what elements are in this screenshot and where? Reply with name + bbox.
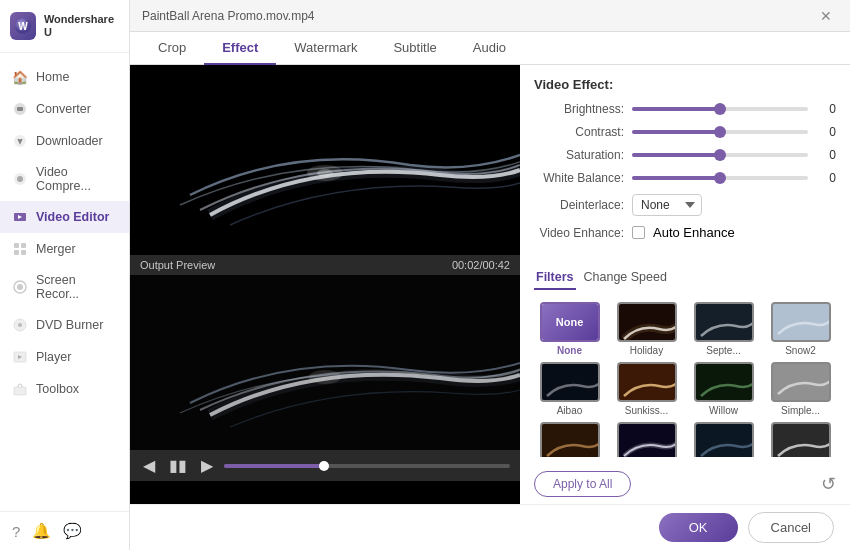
svg-rect-35 <box>773 364 831 402</box>
filter-raindr[interactable]: RainDr... <box>688 422 759 457</box>
filter-willow-label: Willow <box>709 405 738 416</box>
deinterlace-row: Deinterlace: None Yadif Yadif2x <box>534 194 836 216</box>
tab-watermark[interactable]: Watermark <box>276 32 375 65</box>
next-button[interactable]: ▶ <box>198 456 216 475</box>
white-balance-row: White Balance: 0 <box>534 171 836 185</box>
filter-sunkiss[interactable]: Sunkiss... <box>611 362 682 416</box>
filter-september-label: Septe... <box>706 345 740 356</box>
brightness-value: 0 <box>816 102 836 116</box>
tab-effect[interactable]: Effect <box>204 32 276 65</box>
enhance-label: Video Enhance: <box>534 226 624 240</box>
filter-none[interactable]: None None <box>534 302 605 356</box>
sidebar-item-merger-label: Merger <box>36 242 76 256</box>
notification-icon[interactable]: 🔔 <box>32 522 51 540</box>
progress-thumb <box>319 461 329 471</box>
feedback-icon[interactable]: 💬 <box>63 522 82 540</box>
white-balance-value: 0 <box>816 171 836 185</box>
sidebar-item-home[interactable]: 🏠 Home <box>0 61 129 93</box>
svg-rect-17 <box>14 387 26 395</box>
filter-tab-bar: Filters Change Speed <box>534 266 836 290</box>
filter-simple-thumb <box>771 362 831 402</box>
ok-button[interactable]: OK <box>659 513 738 542</box>
svg-text:W: W <box>18 21 28 32</box>
auto-enhance-label: Auto Enhance <box>653 225 735 240</box>
white-balance-slider[interactable] <box>632 176 808 180</box>
filter-september[interactable]: Septe... <box>688 302 759 356</box>
filter-bwno[interactable]: BW No... <box>765 422 836 457</box>
saturation-row: Saturation: 0 <box>534 148 836 162</box>
contrast-row: Contrast: 0 <box>534 125 836 139</box>
video-compressor-icon <box>12 171 28 187</box>
filename-label: PaintBall Arena Promo.mov.mp4 <box>142 9 315 23</box>
svg-point-20 <box>317 169 333 177</box>
filter-holiday-thumb <box>617 302 677 342</box>
title-bar: PaintBall Arena Promo.mov.mp4 ✕ <box>130 0 850 32</box>
sidebar-item-video-compressor[interactable]: Video Compre... <box>0 157 129 201</box>
apply-to-all-button[interactable]: Apply to All <box>534 471 631 497</box>
sidebar-item-toolbox-label: Toolbox <box>36 382 79 396</box>
svg-rect-27 <box>773 304 831 342</box>
brightness-slider[interactable] <box>632 107 808 111</box>
saturation-label: Saturation: <box>534 148 624 162</box>
svg-rect-37 <box>542 424 600 457</box>
filter-holiday[interactable]: Holiday <box>611 302 682 356</box>
sidebar-item-downloader[interactable]: Downloader <box>0 125 129 157</box>
tab-audio[interactable]: Audio <box>455 32 524 65</box>
filter-bwno-thumb <box>771 422 831 457</box>
tab-subtitle[interactable]: Subtitle <box>375 32 454 65</box>
auto-enhance-checkbox[interactable] <box>632 226 645 239</box>
filter-none-label: None <box>557 345 582 356</box>
sidebar-item-video-compressor-label: Video Compre... <box>36 165 117 193</box>
filter-aibao[interactable]: Aibao <box>534 362 605 416</box>
svg-rect-25 <box>696 304 754 342</box>
filter-snow2[interactable]: Snow2 <box>765 302 836 356</box>
filter-aibao-label: Aibao <box>557 405 583 416</box>
sidebar-item-video-editor[interactable]: Video Editor <box>0 201 129 233</box>
bottom-video-canvas <box>130 275 520 450</box>
filter-simple[interactable]: Simple... <box>765 362 836 416</box>
brightness-row: Brightness: 0 <box>534 102 836 116</box>
output-preview-label: Output Preview <box>140 259 215 271</box>
deinterlace-select[interactable]: None Yadif Yadif2x <box>632 194 702 216</box>
right-panel: Video Effect: Brightness: 0 Contrast: 0 <box>520 65 850 504</box>
contrast-slider[interactable] <box>632 130 808 134</box>
svg-rect-11 <box>21 250 26 255</box>
prev-button[interactable]: ◀ <box>140 456 158 475</box>
sidebar-item-dvd-burner[interactable]: DVD Burner <box>0 309 129 341</box>
progress-bar[interactable] <box>224 464 510 468</box>
sidebar-item-merger[interactable]: Merger <box>0 233 129 265</box>
svg-rect-41 <box>696 424 754 457</box>
cancel-button[interactable]: Cancel <box>748 512 834 543</box>
enhance-row: Video Enhance: Auto Enhance <box>534 225 836 240</box>
sidebar-item-toolbox[interactable]: Toolbox <box>0 373 129 405</box>
svg-point-13 <box>17 284 23 290</box>
filter-retro[interactable]: Retro <box>534 422 605 457</box>
sidebar-item-converter[interactable]: Converter <box>0 93 129 125</box>
sidebar-nav: 🏠 Home Converter Downloader <box>0 53 129 511</box>
white-balance-fill <box>632 176 720 180</box>
play-pause-button[interactable]: ▮▮ <box>166 456 190 475</box>
app-logo: W <box>10 12 36 40</box>
saturation-slider[interactable] <box>632 153 808 157</box>
sidebar-item-player[interactable]: Player <box>0 341 129 373</box>
svg-rect-8 <box>14 243 19 248</box>
playback-controls: ◀ ▮▮ ▶ <box>130 450 520 481</box>
help-icon[interactable]: ? <box>12 523 20 540</box>
bottom-preview <box>130 275 520 450</box>
close-button[interactable]: ✕ <box>814 6 838 26</box>
progress-fill <box>224 464 324 468</box>
deinterlace-label: Deinterlace: <box>534 198 624 212</box>
reset-button[interactable]: ↺ <box>821 473 836 495</box>
tab-filters[interactable]: Filters <box>534 266 576 290</box>
saturation-value: 0 <box>816 148 836 162</box>
tab-crop[interactable]: Crop <box>140 32 204 65</box>
filter-simple-label: Simple... <box>781 405 820 416</box>
filter-willow[interactable]: Willow <box>688 362 759 416</box>
svg-point-22 <box>309 370 341 384</box>
svg-point-15 <box>18 323 22 327</box>
filter-glow[interactable]: Glow <box>611 422 682 457</box>
tab-change-speed[interactable]: Change Speed <box>582 266 669 290</box>
sidebar-item-screen-recorder[interactable]: Screen Recor... <box>0 265 129 309</box>
output-bar: Output Preview 00:02/00:42 <box>130 255 520 275</box>
filter-actions: Apply to All ↺ <box>534 467 836 497</box>
